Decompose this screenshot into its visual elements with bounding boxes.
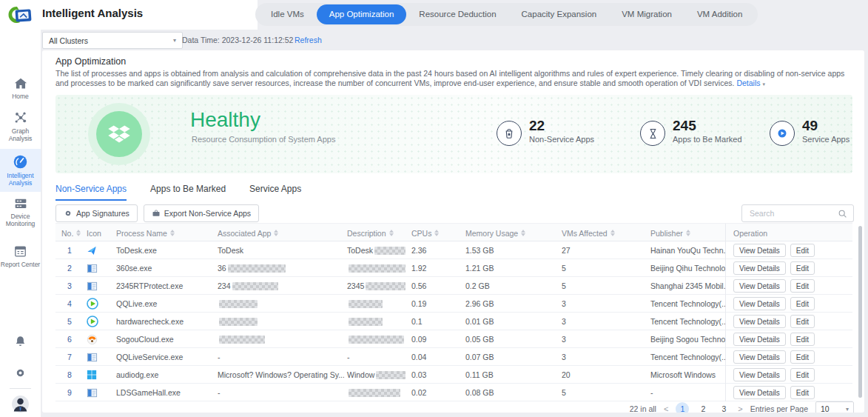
cell-associated-app: ToDesk <box>215 246 344 255</box>
redacted-block <box>374 247 406 255</box>
sort-icon[interactable] <box>686 230 690 237</box>
sidebar-item-intelligent-analysis[interactable]: Intelligent Analysis <box>0 149 41 192</box>
edit-button[interactable]: Edit <box>790 386 815 399</box>
sort-icon[interactable] <box>610 230 615 237</box>
cell-no: 2 <box>55 264 84 273</box>
page-3[interactable]: 3 <box>717 402 730 413</box>
tab-apps-to-be-marked[interactable]: Apps to Be Marked <box>150 184 226 201</box>
tab-capacity-expansion[interactable]: Capacity Expansion <box>509 4 610 24</box>
edit-button[interactable]: Edit <box>790 315 815 328</box>
cell-memory-usage: 0.11 GB <box>462 370 559 379</box>
tab-service-apps[interactable]: Service Apps <box>249 184 301 201</box>
edit-button[interactable]: Edit <box>790 261 815 275</box>
edit-button[interactable]: Edit <box>790 368 815 381</box>
redacted-block <box>349 336 404 344</box>
cell-description: ToDesk <box>344 246 408 255</box>
details-link[interactable]: Details <box>736 79 760 87</box>
redacted-block <box>349 318 383 326</box>
page-1[interactable]: 1 <box>676 402 689 413</box>
cell-description <box>344 389 408 397</box>
view-details-button[interactable]: View Details <box>733 297 786 310</box>
redacted-block <box>219 300 258 308</box>
cluster-select[interactable]: All Clusters ▾ <box>42 32 183 49</box>
gear-icon[interactable] <box>0 367 41 382</box>
search-input[interactable] <box>748 208 838 218</box>
redacted-block <box>219 318 258 326</box>
cell-no: 7 <box>55 353 84 361</box>
search-icon[interactable] <box>838 209 847 218</box>
cell-cpus: 0.02 <box>408 388 462 397</box>
sort-icon[interactable] <box>389 230 394 237</box>
tab-vm-migration[interactable]: VM Migration <box>609 4 684 24</box>
export-non-service-apps-button[interactable]: Export Non-Service Apps <box>144 204 259 222</box>
cell-description: 2345 <box>344 281 408 290</box>
view-details-button[interactable]: View Details <box>733 279 786 293</box>
sidebar-item-home[interactable]: Home <box>0 77 41 100</box>
sort-icon[interactable] <box>434 230 439 237</box>
sidebar-item-label: Device Monitoring <box>6 213 36 227</box>
total-count: 22 in all <box>630 404 656 413</box>
table-row: 9LDSGameHall.exe-0.020.08 GB5-View Detai… <box>55 384 852 401</box>
tab-resource-deduction[interactable]: Resource Deduction <box>406 4 508 24</box>
edit-button[interactable]: Edit <box>790 244 815 257</box>
play-green-icon <box>84 298 113 310</box>
cell-memory-usage: 1.53 GB <box>462 246 559 255</box>
sidebar-item-graph-analysis[interactable]: Graph Analysis <box>0 110 41 142</box>
chevron-left-icon[interactable]: < <box>664 404 668 413</box>
page-2[interactable]: 2 <box>696 402 710 413</box>
edit-button[interactable]: Edit <box>790 297 815 310</box>
redacted-block <box>349 389 400 397</box>
edit-button[interactable]: Edit <box>790 333 815 346</box>
sort-icon[interactable] <box>521 230 525 237</box>
cell-operation: View DetailsEdit <box>725 366 852 384</box>
avatar[interactable] <box>0 395 41 416</box>
refresh-link[interactable]: Refresh <box>295 36 322 44</box>
bell-icon[interactable] <box>0 335 41 351</box>
top-tabbar: Idle VMs App Optimization Resource Deduc… <box>255 3 758 26</box>
sidebar-item-label: Intelligent Analysis <box>7 172 33 187</box>
cell-no: 1 <box>55 246 84 255</box>
sort-icon[interactable] <box>76 230 81 237</box>
edit-button[interactable]: Edit <box>790 350 815 364</box>
sidebar-item-device-monitoring[interactable]: Device Monitoring <box>0 197 41 227</box>
section-description: The list of processes and apps is obtain… <box>55 69 853 89</box>
cell-operation: View DetailsEdit <box>725 295 852 313</box>
tab-app-optimization[interactable]: App Optimization <box>317 4 407 24</box>
view-details-button[interactable]: View Details <box>733 368 786 381</box>
view-details-button[interactable]: View Details <box>733 244 786 257</box>
stat-value: 49 <box>802 119 850 133</box>
tab-idle-vms[interactable]: Idle VMs <box>258 4 317 24</box>
cell-vms-affected: 5 <box>559 388 647 397</box>
play-green-icon <box>84 316 113 327</box>
view-details-button[interactable]: View Details <box>733 333 786 346</box>
view-details-button[interactable]: View Details <box>733 350 786 364</box>
tab-non-service-apps[interactable]: Non-Service Apps <box>55 184 127 201</box>
table-row: 6SogouCloud.exe0.090.05 GB3Beijing Sogou… <box>55 330 852 348</box>
app-logo-icon[interactable] <box>7 4 33 30</box>
view-details-button[interactable]: View Details <box>733 315 786 328</box>
tab-vm-addition[interactable]: VM Addition <box>684 4 755 24</box>
cell-publisher: Hainan YouQu Techn... <box>647 246 725 255</box>
sort-icon[interactable] <box>170 230 175 237</box>
app-signatures-button[interactable]: App Signatures <box>55 204 138 222</box>
edit-button[interactable]: Edit <box>790 279 815 293</box>
sidebar-item-report-center[interactable]: Report Center <box>0 244 41 268</box>
cell-associated-app <box>215 300 344 308</box>
health-subtitle: Resource Consumption of System Apps <box>192 135 335 144</box>
view-details-button[interactable]: View Details <box>733 386 786 399</box>
cell-vms-affected: 3 <box>559 335 647 344</box>
redacted-block <box>228 264 286 273</box>
entries-per-page-select[interactable]: 10 ▾ <box>815 401 854 413</box>
chevron-right-icon[interactable]: > <box>738 404 742 413</box>
divider <box>10 388 31 389</box>
sort-icon[interactable] <box>274 230 278 237</box>
cell-description <box>344 336 408 344</box>
cell-publisher: Tencent Technology(... <box>647 299 725 308</box>
cell-process-name: QQLive.exe <box>113 299 215 308</box>
view-details-button[interactable]: View Details <box>733 261 786 275</box>
vertical-scrollbar[interactable] <box>858 226 862 398</box>
cell-operation: View DetailsEdit <box>725 241 852 259</box>
cell-associated-app: - <box>215 353 344 361</box>
main-panel: App Optimization The list of processes a… <box>42 50 864 413</box>
cell-publisher: Tencent Technology(... <box>647 353 725 361</box>
